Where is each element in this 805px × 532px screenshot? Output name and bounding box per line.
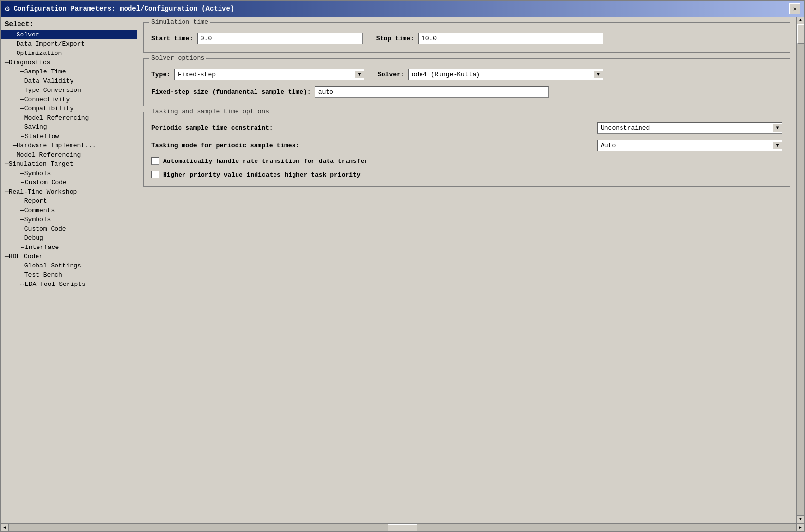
sidebar-item-data-validity[interactable]: —Data Validity [1,76,137,86]
right-panel: Simulation time Start time: Stop time: S… [137,17,796,523]
solver-type-row: Type: Fixed-step ▼ Solver: ode4 (Runge-K… [151,69,782,80]
sidebar-item-compatibility[interactable]: —Compatibility [1,104,137,113]
sidebar-item-simulation-target[interactable]: ─ Simulation Target [1,160,137,169]
sidebar-item-label: —Type Conversion [20,87,81,94]
sidebar-item-real-time-workshop[interactable]: ─ Real-Time Workshop [1,187,137,196]
sidebar-item-data-import-export[interactable]: —Data Import/Export [1,39,137,49]
solver-options-group: Solver options Type: Fixed-step ▼ Solver… [143,58,790,106]
sidebar-item-label: ⌢Interface [20,244,59,251]
scroll-down-button[interactable]: ▼ [797,515,805,523]
tasking-options-group: Tasking and sample time options Periodic… [143,112,790,187]
sidebar-item-connectivity[interactable]: —Connectivity [1,95,137,104]
sidebar-item-label: —Compatibility [20,105,73,112]
sidebar-item-label: —Data Import/Export [13,40,85,48]
start-time-input[interactable] [197,33,363,44]
stop-time-input[interactable] [418,33,603,44]
periodic-dropdown[interactable]: Unconstrained ▼ [597,122,782,134]
step-size-input[interactable] [315,86,549,98]
expander-hdl: ─ [5,253,9,260]
sidebar-item-label: ⌢EDA Tool Scripts [20,281,86,288]
sidebar-item-label: —Custom Code [20,225,66,232]
sidebar-item-diagnostics[interactable]: ─ Diagnostics [1,58,137,67]
tasking-mode-dropdown-value: Auto [601,142,616,149]
sidebar-item-label: —Model Referencing [13,151,81,159]
window-icon: ⚙ [5,4,10,14]
titlebar: ⚙ Configuration Parameters: model/Config… [1,1,804,17]
sidebar-item-label: —Connectivity [20,96,70,103]
solver-dropdown-value: ode4 (Runge-Kutta) [412,71,480,78]
sidebar-item-label: Diagnostics [9,59,51,66]
sidebar-item-label: ⌢Custom Code [20,179,67,186]
higher-priority-row: Higher priority value indicates higher t… [151,171,782,178]
scroll-thumb[interactable] [797,24,804,44]
sidebar-item-model-referencing[interactable]: —Model Referencing [1,150,137,160]
start-time-label: Start time: [151,35,193,42]
sidebar-item-eda-tool-scripts[interactable]: ⌢EDA Tool Scripts [1,280,137,289]
auto-rate-checkbox[interactable] [151,157,159,165]
higher-priority-checkbox[interactable] [151,171,159,178]
type-dropdown-value: Fixed-step [178,71,216,78]
type-label: Type: [151,71,170,78]
sidebar-item-label: —Data Validity [20,77,73,85]
main-window: ⚙ Configuration Parameters: model/Config… [0,0,805,532]
sidebar-item-saving[interactable]: —Saving [1,123,137,132]
scroll-left-button[interactable]: ◀ [1,524,9,532]
close-button[interactable]: ✕ [789,3,800,14]
simulation-time-legend: Simulation time [149,18,210,26]
sidebar-header: Select: [1,18,137,30]
sidebar-item-symbols-sim[interactable]: —Symbols [1,169,137,178]
sidebar-item-label: —Symbols [20,170,51,177]
sidebar-item-sample-time[interactable]: —Sample Time [1,67,137,76]
periodic-label: Periodic sample time constraint: [151,124,273,132]
sidebar-item-label: HDL Coder [9,253,43,260]
sidebar-item-comments[interactable]: —Comments [1,206,137,215]
expander-diagnostics: ─ [5,59,9,66]
sidebar-item-label: —Global Settings [20,262,81,269]
sidebar: Select: —Solver —Data Import/Export —Opt… [1,17,137,523]
sidebar-item-model-referencing-diag[interactable]: —Model Referencing [1,113,137,123]
sidebar-item-debug[interactable]: —Debug [1,233,137,243]
horizontal-scroll-track[interactable] [9,524,796,531]
scroll-track[interactable] [797,24,804,515]
sidebar-item-solver[interactable]: —Solver [1,30,137,39]
sidebar-item-label: Real-Time Workshop [9,188,77,195]
sidebar-item-label: —Symbols [20,216,51,223]
sidebar-item-optimization[interactable]: —Optimization [1,49,137,58]
horizontal-scroll-thumb[interactable] [388,524,417,531]
solver-dropdown[interactable]: ode4 (Runge-Kutta) ▼ [408,69,603,80]
sidebar-item-custom-code-sim[interactable]: ⌢Custom Code [1,178,137,187]
periodic-dropdown-arrow: ▼ [773,124,782,132]
sidebar-item-report[interactable]: —Report [1,196,137,206]
higher-priority-label: Higher priority value indicates higher t… [163,171,361,178]
sidebar-item-label: —Hardware Implement... [13,142,96,149]
sidebar-item-hardware-implement[interactable]: —Hardware Implement... [1,141,137,150]
sidebar-item-test-bench[interactable]: —Test Bench [1,270,137,280]
step-size-row: Fixed-step size (fundamental sample time… [151,86,782,98]
auto-rate-row: Automatically handle rate transition for… [151,157,782,165]
sidebar-item-type-conversion[interactable]: —Type Conversion [1,86,137,95]
sidebar-item-custom-code-rtw[interactable]: —Custom Code [1,224,137,233]
sidebar-item-hdl-coder[interactable]: ─ HDL Coder [1,252,137,261]
sidebar-item-stateflow[interactable]: ⌢Stateflow [1,132,137,141]
type-dropdown-arrow: ▼ [355,71,364,78]
sidebar-item-interface[interactable]: ⌢Interface [1,243,137,252]
scroll-right-button[interactable]: ▶ [796,524,804,532]
tasking-mode-label: Tasking mode for periodic sample times: [151,142,299,149]
type-dropdown[interactable]: Fixed-step ▼ [174,69,364,80]
sidebar-item-label: Simulation Target [9,160,73,168]
tasking-mode-row: Tasking mode for periodic sample times: … [151,140,782,151]
sidebar-item-label: —Solver [13,31,39,38]
sidebar-item-label: —Saving [20,124,47,131]
solver-label: Solver: [378,71,404,78]
solver-options-legend: Solver options [149,54,206,62]
sidebar-item-global-settings[interactable]: —Global Settings [1,261,137,270]
sidebar-item-symbols-rtw[interactable]: —Symbols [1,215,137,224]
tasking-mode-dropdown[interactable]: Auto ▼ [597,140,782,151]
stop-time-label: Stop time: [376,35,414,42]
sidebar-item-label: —Optimization [13,50,62,57]
tasking-options-legend: Tasking and sample time options [149,108,271,115]
scroll-up-button[interactable]: ▲ [797,17,805,24]
auto-rate-label: Automatically handle rate transition for… [163,158,368,165]
simulation-time-row: Start time: Stop time: [151,33,782,44]
expander-rtw: ─ [5,188,9,195]
